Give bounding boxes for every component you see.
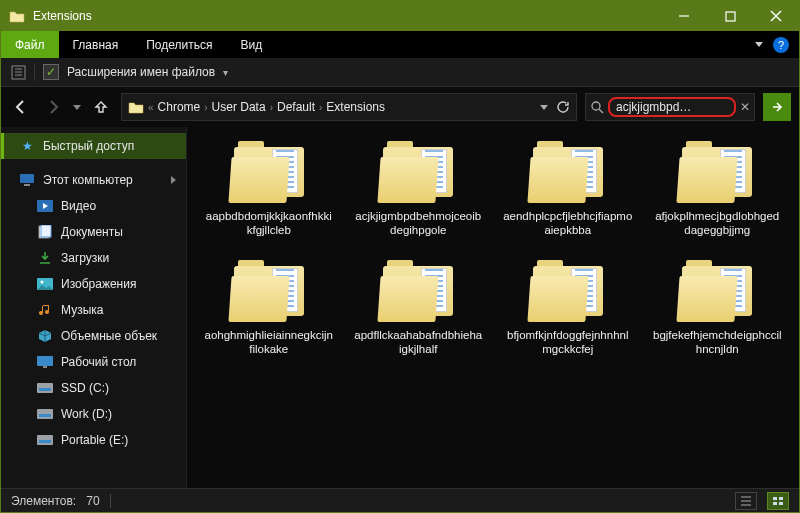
- sidebar-item-documents[interactable]: Документы: [1, 219, 186, 245]
- folder-icon: [678, 141, 756, 203]
- maximize-button[interactable]: [707, 1, 753, 31]
- sidebar-item-label: Рабочий стол: [61, 355, 136, 369]
- folder-item[interactable]: afjokplhmecjbgdlobhgeddageggbjjmg: [646, 141, 790, 238]
- ribbon-collapse-icon[interactable]: [755, 42, 763, 47]
- folder-item[interactable]: bfjomfkjnfdoggfejnhnhnlmgckkcfej: [496, 260, 640, 357]
- sidebar-quick-access[interactable]: ★ Быстрый доступ: [1, 133, 186, 159]
- sidebar-item-ssd-c[interactable]: SSD (C:): [1, 375, 186, 401]
- drive-icon: [37, 380, 53, 396]
- chevron-left-icon[interactable]: «: [148, 102, 154, 113]
- folder-icon: [379, 141, 457, 203]
- chevron-right-icon: ›: [319, 102, 322, 113]
- extensions-checkbox-label: Расширения имен файлов: [67, 65, 215, 79]
- menu-share[interactable]: Поделиться: [132, 31, 226, 58]
- folder-label: afjokplhmecjbgdlobhgeddageggbjjmg: [652, 209, 782, 238]
- back-button[interactable]: [9, 93, 33, 121]
- sidebar-item-label: Видео: [61, 199, 96, 213]
- video-icon: [37, 198, 53, 214]
- forward-button[interactable]: [41, 93, 65, 121]
- folder-item[interactable]: bgjfekefhjemchdeigphccilhncnjldn: [646, 260, 790, 357]
- sidebar-item-desktop[interactable]: Рабочий стол: [1, 349, 186, 375]
- sidebar-item-label: Документы: [61, 225, 123, 239]
- menu-view[interactable]: Вид: [226, 31, 276, 58]
- folder-icon: [230, 260, 308, 322]
- drive-icon: [37, 432, 53, 448]
- folder-icon: [529, 141, 607, 203]
- svg-rect-22: [773, 497, 777, 500]
- sidebar-this-pc[interactable]: Этот компьютер: [1, 167, 186, 193]
- pictures-icon: [37, 276, 53, 292]
- svg-point-13: [41, 281, 44, 284]
- more-options-icon[interactable]: ▾: [223, 67, 228, 78]
- minimize-button[interactable]: [661, 1, 707, 31]
- sidebar-item-label: SSD (C:): [61, 381, 109, 395]
- sidebar-item-music[interactable]: Музыка: [1, 297, 186, 323]
- view-icons-button[interactable]: [767, 492, 789, 510]
- breadcrumb[interactable]: Extensions: [326, 100, 385, 114]
- search-icon: [590, 100, 604, 114]
- address-dropdown-icon[interactable]: [540, 105, 548, 110]
- breadcrumb[interactable]: Default: [277, 100, 315, 114]
- content-pane: aapbdbdomjkkjkaonfhkkikfgjllcleb acjkjig…: [187, 127, 799, 488]
- window-title: Extensions: [33, 9, 92, 23]
- folder-label: apdfllckaahabafndbhiehaigkjlhalf: [353, 328, 483, 357]
- svg-rect-15: [43, 366, 47, 368]
- clear-search-button[interactable]: ✕: [740, 100, 750, 114]
- sidebar-item-portable-e[interactable]: Portable (E:): [1, 427, 186, 453]
- folder-item[interactable]: aendhplcpcfjlebhcjfiapmoaiepkbba: [496, 141, 640, 238]
- search-go-button[interactable]: [763, 93, 791, 121]
- history-dropdown-icon[interactable]: [73, 105, 81, 110]
- help-button[interactable]: ?: [773, 37, 789, 53]
- sidebar-item-label: Этот компьютер: [43, 173, 133, 187]
- refresh-button[interactable]: [556, 100, 570, 114]
- sidebar-item-label: Изображения: [61, 277, 136, 291]
- sidebar-item-downloads[interactable]: Загрузки: [1, 245, 186, 271]
- breadcrumb[interactable]: User Data: [212, 100, 266, 114]
- folder-label: bgjfekefhjemchdeigphccilhncnjldn: [652, 328, 782, 357]
- breadcrumb[interactable]: Chrome: [158, 100, 201, 114]
- chevron-right-icon: ›: [204, 102, 207, 113]
- address-bar[interactable]: « Chrome › User Data › Default › Extensi…: [121, 93, 577, 121]
- svg-rect-19: [39, 414, 51, 417]
- divider: [110, 494, 111, 508]
- folder-item[interactable]: acjkjigmbpdbehmojceoibdegihpgole: [347, 141, 491, 238]
- extensions-checkbox[interactable]: ✓: [43, 64, 59, 80]
- svg-rect-14: [37, 356, 53, 366]
- star-icon: ★: [19, 138, 35, 154]
- titlebar: Extensions: [1, 1, 799, 31]
- up-button[interactable]: [89, 93, 113, 121]
- search-input[interactable]: acjkjigmbpd…: [608, 97, 736, 117]
- item-count-label: Элементов:: [11, 494, 76, 508]
- sidebar-item-label: Музыка: [61, 303, 103, 317]
- view-details-button[interactable]: [735, 492, 757, 510]
- folder-item[interactable]: aohghmighlieiainnegkcijnfilokake: [197, 260, 341, 357]
- folder-item[interactable]: apdfllckaahabafndbhiehaigkjlhalf: [347, 260, 491, 357]
- svg-rect-21: [39, 440, 51, 443]
- folder-icon: [128, 99, 144, 115]
- pc-icon: [19, 172, 35, 188]
- svg-rect-1: [726, 12, 735, 21]
- search-box[interactable]: acjkjigmbpd… ✕: [585, 93, 755, 121]
- sidebar-item-work-d[interactable]: Work (D:): [1, 401, 186, 427]
- sidebar-item-video[interactable]: Видео: [1, 193, 186, 219]
- show-all-icon[interactable]: [11, 65, 26, 80]
- svg-line-6: [599, 109, 603, 113]
- chevron-right-icon: ›: [270, 102, 273, 113]
- sidebar: ★ Быстрый доступ Этот компьютер Видео До…: [1, 127, 187, 488]
- ribbon: ✓ Расширения имен файлов ▾: [1, 58, 799, 87]
- svg-rect-11: [41, 225, 51, 237]
- folder-label: aapbdbdomjkkjkaonfhkkikfgjllcleb: [204, 209, 334, 238]
- folder-label: bfjomfkjnfdoggfejnhnhnlmgckkcfej: [503, 328, 633, 357]
- folder-icon: [529, 260, 607, 322]
- close-button[interactable]: [753, 1, 799, 31]
- sidebar-item-pictures[interactable]: Изображения: [1, 271, 186, 297]
- sidebar-item-label: Быстрый доступ: [43, 139, 134, 153]
- folder-icon: [9, 8, 25, 24]
- menu-file[interactable]: Файл: [1, 31, 59, 58]
- folder-item[interactable]: aapbdbdomjkkjkaonfhkkikfgjllcleb: [197, 141, 341, 238]
- status-bar: Элементов: 70: [1, 488, 799, 512]
- folder-icon: [230, 141, 308, 203]
- desktop-icon: [37, 354, 53, 370]
- sidebar-item-3d-objects[interactable]: Объемные объек: [1, 323, 186, 349]
- menu-home[interactable]: Главная: [59, 31, 133, 58]
